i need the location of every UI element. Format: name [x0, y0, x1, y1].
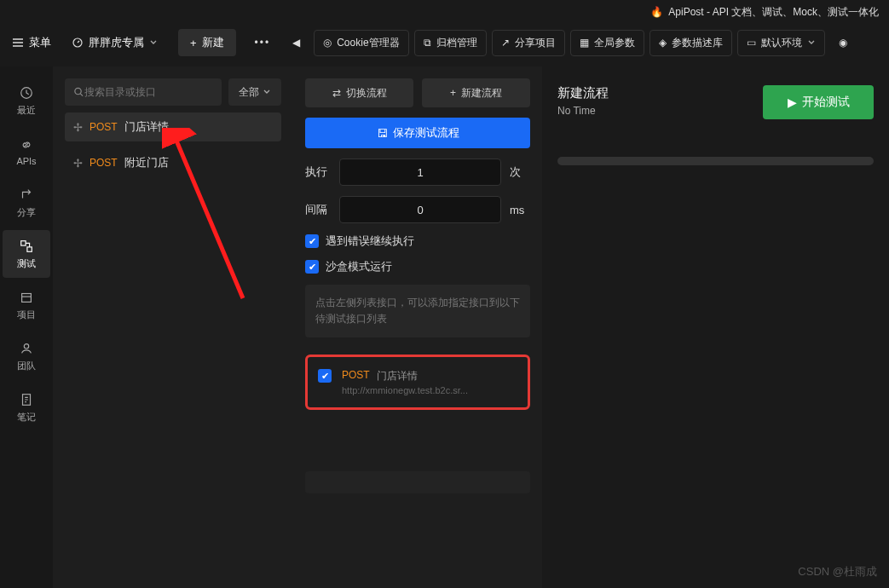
sidebar-item-label: 笔记	[17, 411, 36, 424]
sandbox-checkbox[interactable]: ✔	[305, 260, 319, 274]
env-icon: ▭	[747, 37, 756, 49]
test-item-method: POST	[342, 369, 370, 383]
new-flow-button[interactable]: + 新建流程	[422, 78, 530, 107]
team-icon	[19, 341, 34, 356]
api-method: POST	[89, 121, 118, 133]
sidebar-item-label: 最近	[17, 104, 36, 117]
sidebar-item-apis[interactable]: APIs	[3, 128, 50, 176]
app-icon: 🔥	[650, 6, 663, 18]
project-icon	[19, 290, 34, 305]
test-item-name: 门店详情	[377, 369, 418, 383]
exec-input[interactable]	[339, 159, 501, 186]
sidebar-item-label: 分享	[17, 206, 36, 219]
sidebar-item-label: 测试	[17, 257, 36, 270]
dashboard-icon	[72, 37, 84, 49]
dots-icon: •••	[255, 37, 271, 49]
link-icon: ✢	[73, 121, 83, 134]
interval-label: 间隔	[305, 202, 331, 217]
svg-rect-2	[21, 240, 26, 245]
globals-icon: ▦	[580, 37, 589, 49]
env-selector[interactable]: ▭默认环境	[737, 30, 825, 56]
sidebar-item-test[interactable]: 测试	[3, 230, 50, 278]
progress-bar	[557, 157, 874, 165]
swap-icon: ⇄	[332, 87, 341, 99]
start-test-button[interactable]: ▶ 开始测试	[763, 85, 874, 119]
flow-panel: ⇄ 切换流程 + 新建流程 🖫 保存测试流程 执行 次 间隔 ms ✔ 遇到错误…	[293, 66, 542, 588]
sidebar-item-label: 团队	[17, 360, 36, 372]
exec-label: 执行	[305, 164, 331, 180]
more-button[interactable]: •••	[246, 32, 280, 54]
archive-button[interactable]: ⧉归档管理	[414, 30, 487, 56]
new-button[interactable]: + 新建	[178, 29, 236, 56]
section-footer	[305, 471, 530, 493]
interval-input[interactable]	[339, 196, 501, 223]
triangle-left-icon: ◀	[292, 37, 300, 49]
exec-unit: 次	[510, 164, 530, 180]
back-button[interactable]: ◀	[284, 32, 309, 54]
workspace-selector[interactable]: 胖胖虎专属	[61, 30, 168, 55]
sidebar-item-notes[interactable]: 笔记	[3, 383, 50, 431]
test-item-checkbox[interactable]: ✔	[318, 369, 332, 383]
result-title: 新建流程	[557, 85, 609, 101]
globals-button[interactable]: ▦全局参数	[570, 30, 644, 56]
continue-on-error-label: 遇到错误继续执行	[326, 233, 414, 249]
chevron-down-icon	[263, 88, 271, 96]
sidebar-item-recent[interactable]: 最近	[3, 77, 50, 124]
share-button[interactable]: ↗分享项目	[492, 30, 565, 56]
link-icon: ✢	[73, 157, 83, 170]
preview-button[interactable]: ◉	[830, 32, 856, 54]
test-item-highlighted[interactable]: ✔ POST 门店详情 http://xmmionegw.test.b2c.sr…	[305, 355, 530, 410]
result-panel: 新建流程 No Time ▶ 开始测试	[542, 66, 889, 588]
test-icon	[19, 239, 34, 254]
topbar: 菜单 胖胖虎专属 + 新建 ••• ◀ ◎Cookie管理器 ⧉归档管理 ↗分享…	[0, 24, 889, 61]
play-icon: ▶	[788, 95, 797, 109]
search-icon	[73, 86, 84, 98]
cookie-manager-button[interactable]: ◎Cookie管理器	[314, 30, 408, 56]
note-icon	[19, 392, 34, 407]
new-label: 新建	[202, 35, 224, 50]
plus-icon: +	[190, 37, 197, 49]
svg-rect-3	[27, 246, 32, 251]
filter-label: 全部	[239, 85, 259, 100]
sidebar-item-share[interactable]: 分享	[3, 179, 50, 227]
save-flow-button[interactable]: 🖫 保存测试流程	[305, 118, 530, 148]
api-item[interactable]: ✢ POST 附近门店	[65, 148, 281, 177]
sidebar-nav: 最近 APIs 分享 测试 项目 团队 笔记	[0, 66, 53, 588]
plus-icon: +	[450, 87, 456, 99]
cookie-icon: ◎	[323, 37, 332, 49]
menu-label: 菜单	[29, 35, 51, 50]
share-icon	[19, 187, 34, 203]
api-name: 附近门店	[124, 155, 169, 170]
window-title: ApiPost - API 文档、调试、Mock、测试一体化	[668, 5, 879, 20]
api-name: 门店详情	[124, 119, 169, 135]
chevron-down-icon	[807, 38, 816, 47]
sidebar-item-label: APIs	[16, 156, 36, 166]
watermark: CSDN @杜雨成	[798, 564, 877, 579]
chevron-down-icon	[149, 38, 158, 47]
api-list-panel: 全部 ✢ POST 门店详情 ✢ POST 附近门店	[53, 66, 293, 588]
api-item[interactable]: ✢ POST 门店详情	[65, 112, 281, 141]
workspace-name: 胖胖虎专属	[89, 35, 144, 50]
result-subtitle: No Time	[557, 105, 609, 117]
search-input[interactable]	[84, 86, 213, 98]
interval-unit: ms	[510, 204, 530, 216]
test-item-url: http://xmmionegw.test.b2c.sr...	[342, 385, 468, 395]
cube-icon: ◈	[659, 37, 667, 49]
hint-text: 点击左侧列表接口，可以添加指定接口到以下待测试接口列表	[305, 285, 530, 337]
params-lib-button[interactable]: ◈参数描述库	[649, 30, 732, 56]
sidebar-item-project[interactable]: 项目	[3, 281, 50, 329]
switch-flow-button[interactable]: ⇄ 切换流程	[305, 78, 413, 107]
svg-point-7	[75, 88, 81, 94]
link-icon	[19, 137, 34, 153]
search-box[interactable]	[65, 78, 222, 106]
api-method: POST	[89, 157, 118, 169]
menu-button[interactable]: 菜单	[12, 35, 51, 50]
save-icon: 🖫	[377, 127, 388, 140]
svg-rect-4	[22, 293, 32, 302]
archive-icon: ⧉	[424, 37, 431, 49]
continue-on-error-checkbox[interactable]: ✔	[305, 234, 319, 248]
sidebar-item-team[interactable]: 团队	[3, 332, 50, 380]
svg-point-5	[24, 343, 28, 348]
sandbox-label: 沙盒模式运行	[326, 259, 392, 274]
filter-button[interactable]: 全部	[228, 78, 281, 106]
